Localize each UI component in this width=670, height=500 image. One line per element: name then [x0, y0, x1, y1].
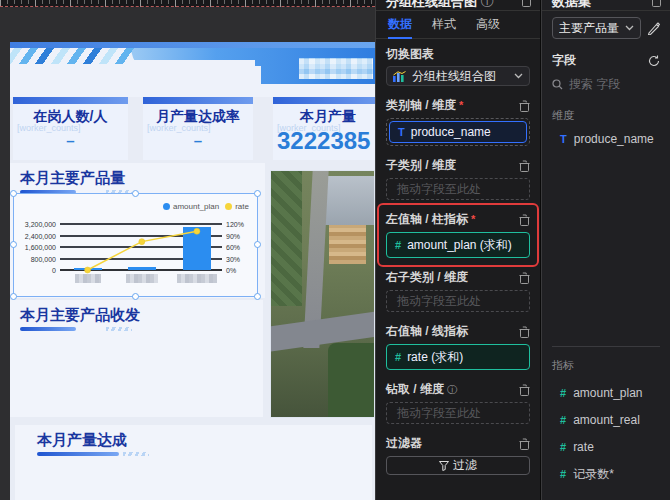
- trash-icon[interactable]: [651, 0, 662, 7]
- dimension-field-item[interactable]: Tproduce_name: [552, 132, 660, 146]
- chart-type-select[interactable]: 分组柱线组合图: [386, 66, 530, 86]
- selection-handle[interactable]: [254, 190, 261, 197]
- measure-field-pill[interactable]: #rate (求和): [386, 344, 530, 370]
- trash-icon[interactable]: [519, 384, 530, 396]
- card-title: 月产量达成率: [143, 108, 253, 126]
- card-top-bar: [273, 97, 375, 104]
- combo-chart-widget[interactable]: amount_planrate 3,200,0002,400,0001,600,…: [13, 193, 258, 297]
- stat-card[interactable]: 在岗人数/人[worker_counts]–: [13, 97, 128, 160]
- selection-handle[interactable]: [132, 190, 139, 197]
- number-type-icon: #: [395, 239, 401, 251]
- funnel-icon: [439, 461, 449, 471]
- drop-field-placeholder[interactable]: 拖动字段至此处: [386, 402, 530, 424]
- field-section-label-row: 过滤器: [386, 437, 530, 450]
- y-right-tick: 0%: [226, 267, 236, 274]
- measure-field-item[interactable]: #记录数*: [552, 467, 660, 481]
- legend-item[interactable]: rate: [225, 202, 249, 211]
- y-right-tick: 30%: [226, 256, 240, 263]
- field-section-label-row: 钻取 / 维度ⓘ: [386, 383, 530, 396]
- chart-plot-area: [60, 224, 222, 270]
- section-main-products: 本月主要产品量 amount_planrate 3,200,0002,400,0…: [10, 163, 265, 298]
- drop-field-placeholder[interactable]: 拖动字段至此处: [386, 178, 530, 200]
- trash-icon[interactable]: [521, 0, 532, 7]
- dataset-panel: 数据集 主要产品量 字段 搜索 字段 维度 Tproduce_name: [541, 0, 670, 500]
- dimension-field-pill[interactable]: Tproduce_name: [389, 121, 527, 143]
- dashboard-canvas[interactable]: 在岗人数/人[worker_counts]–月产量达成率[worker_coun…: [10, 42, 375, 500]
- stat-card[interactable]: 本月产量[worker_counts]3222385: [273, 97, 375, 160]
- y-left-tick: 2,400,000: [25, 233, 56, 240]
- switch-chart-label-row: 切换图表: [386, 48, 530, 61]
- selection-handle[interactable]: [10, 241, 17, 248]
- drop-field-placeholder[interactable]: 拖动字段至此处: [386, 290, 530, 312]
- section-output-achievement: 本月产量达成: [15, 425, 372, 500]
- trash-icon[interactable]: [519, 160, 530, 172]
- trash-icon[interactable]: [519, 272, 530, 284]
- card-title: 在岗人数/人: [13, 108, 128, 126]
- line-point[interactable]: [194, 228, 200, 234]
- header-diagonal-stripes: [10, 48, 139, 64]
- measure-field-pill[interactable]: #amount_plan (求和): [386, 232, 530, 258]
- measure-field-item[interactable]: #amount_real: [552, 413, 660, 427]
- text-type-icon: T: [560, 133, 567, 145]
- photo-warehouses: [325, 176, 374, 225]
- line-point[interactable]: [139, 239, 145, 245]
- trash-icon[interactable]: [519, 214, 530, 226]
- y-left-tick: 800,000: [31, 256, 56, 263]
- selection-handle[interactable]: [10, 190, 17, 197]
- dataset-select-value: 主要产品量: [559, 20, 625, 37]
- switch-chart-label: 切换图表: [386, 48, 434, 61]
- measure-field-item[interactable]: #rate: [552, 440, 660, 454]
- header-curve-decor: [65, 60, 255, 94]
- photo-trees: [271, 171, 302, 306]
- line-point[interactable]: [85, 267, 91, 273]
- trash-icon[interactable]: [519, 326, 530, 338]
- photo-green-field: [328, 343, 374, 417]
- section-product-inout: 本月主要产品收发: [10, 300, 263, 417]
- search-icon: [552, 79, 563, 90]
- trash-icon[interactable]: [519, 438, 530, 450]
- field-section-label: 右值轴 / 线指标: [386, 325, 468, 338]
- photo-buildings: [329, 225, 366, 264]
- campus-aerial-photo[interactable]: [270, 170, 375, 418]
- field-search-input[interactable]: 搜索 字段: [552, 75, 660, 93]
- field-section-label: 过滤器: [386, 437, 422, 450]
- chevron-down-icon: [625, 25, 634, 31]
- y-right-tick: 90%: [226, 233, 240, 240]
- design-workspace: 在岗人数/人[worker_counts]–月产量达成率[worker_coun…: [0, 0, 375, 500]
- dataset-select[interactable]: 主要产品量: [552, 17, 641, 39]
- number-type-icon: #: [395, 351, 401, 363]
- trash-icon[interactable]: [519, 100, 530, 112]
- tab-高级[interactable]: 高级: [476, 11, 500, 39]
- dataset-panel-header: 数据集: [542, 0, 670, 11]
- refresh-icon[interactable]: [648, 55, 660, 67]
- legend-item[interactable]: amount_plan: [163, 202, 219, 211]
- card-title: 本月产量: [273, 108, 375, 126]
- y-left-tick: 1,600,000: [25, 244, 56, 251]
- filter-button[interactable]: 过滤: [386, 456, 530, 475]
- tab-数据[interactable]: 数据: [388, 11, 412, 39]
- stat-card[interactable]: 月产量达成率[worker_counts]–: [143, 97, 253, 160]
- legend-dot: [163, 203, 170, 210]
- tab-样式[interactable]: 样式: [432, 11, 456, 39]
- field-section-label: 右子类别 / 维度: [386, 271, 468, 284]
- selection-handle[interactable]: [132, 293, 139, 300]
- combo-chart-icon: [393, 71, 406, 82]
- chevron-down-icon: [514, 73, 523, 79]
- selection-handle[interactable]: [10, 293, 17, 300]
- y-right-tick: 120%: [226, 221, 244, 228]
- number-type-icon: #: [560, 387, 566, 399]
- selection-handle[interactable]: [254, 293, 261, 300]
- number-type-icon: #: [560, 441, 566, 453]
- edit-pencil-icon[interactable]: [647, 22, 660, 35]
- field-pill-wrapper: Tproduce_name: [386, 118, 530, 146]
- measures-label: 指标: [552, 358, 660, 373]
- selection-handle[interactable]: [254, 241, 261, 248]
- measure-field-item[interactable]: #amount_plan: [552, 386, 660, 400]
- y-left-tick: 0: [52, 267, 56, 274]
- horizontal-ruler: [0, 0, 375, 7]
- field-section-label-row: 子类别 / 维度: [386, 159, 530, 172]
- card-top-bar: [143, 97, 253, 104]
- field-section-label-row: 右值轴 / 线指标: [386, 325, 530, 338]
- title-underline-decor: [20, 327, 76, 331]
- dimensions-label: 维度: [552, 108, 660, 123]
